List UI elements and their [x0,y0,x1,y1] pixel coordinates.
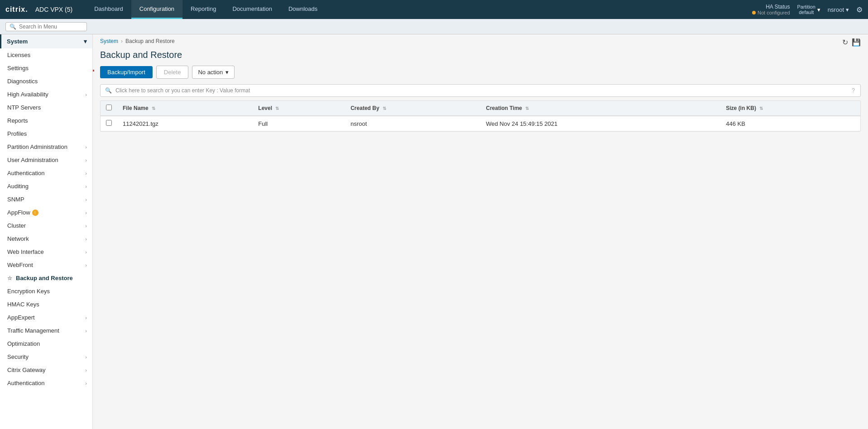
col-size-kb: Size (in KB) ⇅ [720,101,860,116]
warning-icon: ! [32,210,38,216]
chevron-right-icon: › [85,197,87,202]
cell-created-by: nsroot [345,116,480,131]
chevron-right-icon: › [85,381,87,386]
sidebar-section-chevron: ▾ [84,38,87,45]
table-search-placeholder: Click here to search or you can enter Ke… [115,87,250,94]
sidebar-item-authentication[interactable]: Authentication › [0,167,92,180]
cell-level: Full [253,116,345,131]
partition-chevron-icon: ▾ [817,6,820,13]
content-area: ↻ 💾 System › Backup and Restore Backup a… [93,34,868,429]
sidebar-item-webfront[interactable]: WebFront › [0,258,92,272]
sidebar-item-web-interface[interactable]: Web Interface › [0,245,92,258]
nav-downloads[interactable]: Downloads [280,0,326,19]
search-icon: 🔍 [10,24,16,30]
sidebar-item-auditing[interactable]: Auditing › [0,180,92,193]
sidebar-item-optimization[interactable]: Optimization [0,337,92,350]
action-bar: Backup/Import Delete No action ▾ [93,66,868,84]
breadcrumb-current: Backup and Restore [125,38,175,44]
sidebar-item-cluster[interactable]: Cluster › [0,219,92,232]
partition-dropdown[interactable]: Partition default ▾ [797,4,820,15]
sidebar-item-citrix-gateway[interactable]: Citrix Gateway › [0,363,92,377]
sidebar-section-label: System [7,38,28,45]
data-table: File Name ⇅ Level ⇅ Created By ⇅ Creat [100,100,861,132]
sidebar-item-snmp[interactable]: SNMP › [0,193,92,206]
star-icon: ☆ [7,275,12,281]
no-action-dropdown[interactable]: No action ▾ [192,66,235,79]
second-bar: 🔍 [0,19,868,34]
search-menu[interactable]: 🔍 [5,22,87,31]
nav-documentation[interactable]: Documentation [224,0,280,19]
sidebar-item-partition-admin[interactable]: Partition Administration › [0,140,92,153]
help-circle-icon: ? [852,87,855,94]
sort-icon[interactable]: ⇅ [275,106,279,111]
partition-label: Partition [797,4,815,10]
search-input[interactable] [19,24,82,30]
dropdown-chevron-icon: ▾ [225,69,229,76]
chevron-right-icon: › [85,236,87,242]
chevron-right-icon: › [85,171,87,176]
sidebar-item-hmac-keys[interactable]: HMAC Keys [0,298,92,311]
content-top-icons: ↻ 💾 [842,38,861,47]
sidebar-item-reports[interactable]: Reports [0,114,92,127]
app-title: ADC VPX (5) [35,6,72,13]
chevron-right-icon: › [85,354,87,360]
sidebar-item-network[interactable]: Network › [0,232,92,245]
sort-icon[interactable]: ⇅ [759,106,763,111]
select-all-checkbox[interactable] [106,105,112,110]
ha-status-value: Not configured [752,10,790,15]
cell-creation-time: Wed Nov 24 15:49:15 2021 [480,116,720,131]
refresh-icon[interactable]: ↻ [842,38,848,47]
backup-import-button[interactable]: Backup/Import [100,66,153,78]
top-nav: Dashboard Configuration Reporting Docume… [86,0,752,19]
table-search-bar[interactable]: 🔍 Click here to search or you can enter … [100,84,861,97]
chevron-right-icon: › [85,328,87,334]
table-header-row: File Name ⇅ Level ⇅ Created By ⇅ Creat [101,101,860,116]
sidebar: System ▾ Licenses Settings Diagnostics H… [0,34,93,429]
sidebar-item-high-availability[interactable]: High Availability › [0,88,92,101]
save-icon[interactable]: 💾 [852,38,861,47]
sort-icon[interactable]: ⇅ [383,106,386,111]
nav-reporting[interactable]: Reporting [182,0,224,19]
user-chevron-icon: ▾ [846,6,849,13]
chevron-right-icon: › [85,262,87,268]
citrix-logo-text: citrix. [5,5,28,14]
col-created-by: Created By ⇅ [345,101,480,116]
chevron-right-icon: › [85,249,87,255]
sidebar-item-encryption-keys[interactable]: Encryption Keys [0,285,92,298]
chevron-right-icon: › [85,223,87,229]
sidebar-item-ntp-servers[interactable]: NTP Servers [0,101,92,114]
table-row[interactable]: 11242021.tgz Full nsroot Wed Nov 24 15:4… [101,116,860,131]
sidebar-item-user-admin[interactable]: User Administration › [0,153,92,167]
sidebar-item-security[interactable]: Security › [0,350,92,363]
sidebar-item-profiles[interactable]: Profiles [0,127,92,140]
breadcrumb-separator: › [121,38,123,44]
search-magnifier-icon: 🔍 [105,87,112,94]
settings-icon[interactable]: ⚙ [856,5,863,14]
chevron-right-icon: › [85,210,87,215]
cell-size-kb: 446 KB [720,116,860,131]
chevron-right-icon: › [85,92,87,97]
breadcrumb-system-link[interactable]: System [100,38,118,44]
sidebar-item-diagnostics[interactable]: Diagnostics [0,75,92,88]
sidebar-item-appexpert[interactable]: AppExpert › [0,311,92,324]
red-arrow-indicator [93,62,98,80]
col-level: Level ⇅ [253,101,345,116]
sidebar-item-licenses[interactable]: Licenses [0,48,92,62]
chevron-right-icon: › [85,184,87,189]
username-label: nsroot [828,6,844,13]
row-checkbox[interactable] [106,120,112,126]
user-menu[interactable]: nsroot ▾ [828,6,849,13]
sort-icon[interactable]: ⇅ [152,106,155,111]
nav-configuration[interactable]: Configuration [131,0,182,19]
sidebar-item-appflow[interactable]: AppFlow ! › [0,206,92,219]
sidebar-item-traffic-management[interactable]: Traffic Management › [0,324,92,337]
delete-button[interactable]: Delete [156,66,189,79]
sidebar-item-settings[interactable]: Settings [0,62,92,75]
ha-status-dot [752,11,756,14]
sidebar-section-system[interactable]: System ▾ [0,34,92,48]
nav-dashboard[interactable]: Dashboard [86,0,131,19]
sidebar-item-authentication-bottom[interactable]: Authentication › [0,377,92,390]
chevron-right-icon: › [85,144,87,150]
sidebar-item-backup-restore[interactable]: ☆ Backup and Restore [0,272,92,285]
sort-icon[interactable]: ⇅ [525,106,529,111]
